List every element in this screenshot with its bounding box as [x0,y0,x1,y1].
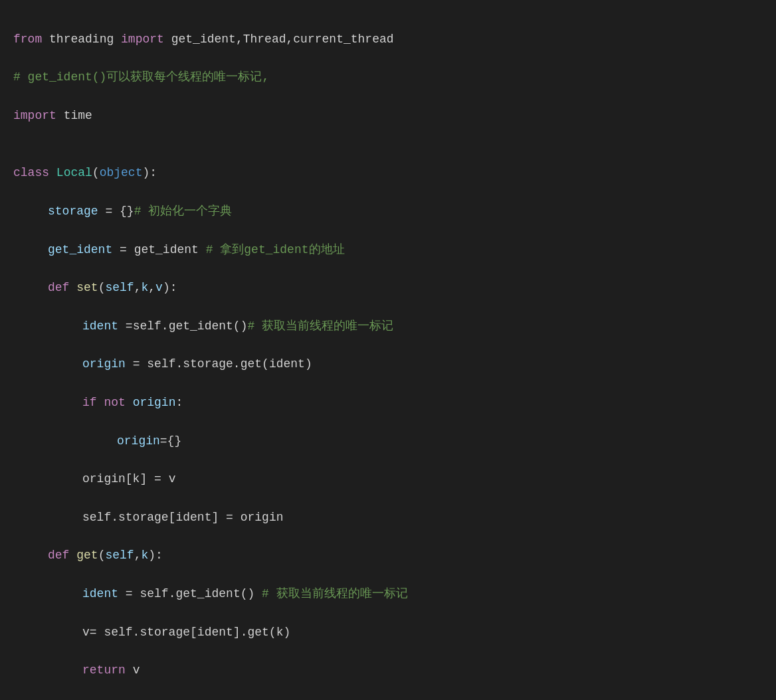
line-14: self.storage[ident] = origin [13,508,763,527]
line-10: origin = self.storage.get(ident) [13,355,763,374]
line-6: storage = {}# 初始化一个字典 [13,202,763,221]
line-12: origin={} [13,432,763,451]
line-2: # get_ident()可以获取每个线程的唯一标记, [13,68,763,87]
line-16: ident = self.get_ident() # 获取当前线程的唯一标记 [13,584,763,604]
line-11: if not origin: [13,393,763,412]
line-1: from threading import get_ident,Thread,c… [13,30,763,49]
line-18: return v [13,661,763,680]
line-7: get_ident = get_ident # 拿到get_ident的地址 [13,240,763,260]
line-9: ident =self.get_ident()# 获取当前线程的唯一标记 [13,317,763,336]
line-5: class Local(object): [13,163,763,183]
line-3: import time [13,106,763,126]
code-editor: from threading import get_ident,Thread,c… [13,11,763,700]
line-8: def set(self,k,v): [13,278,763,298]
line-15: def get(self,k): [13,546,763,565]
line-17: v= self.storage[ident].get(k) [13,623,763,642]
line-13: origin[k] = v [13,470,763,489]
